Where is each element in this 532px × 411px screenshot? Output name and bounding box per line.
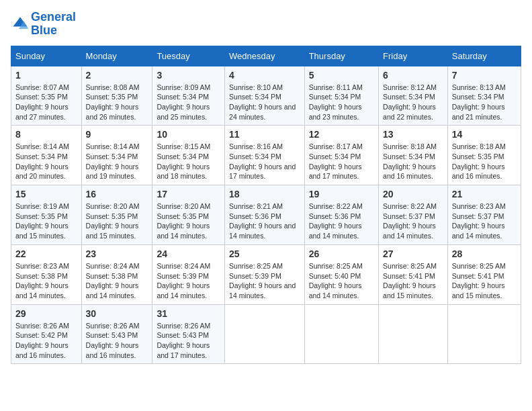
calendar-cell: 20 Sunrise: 8:22 AM Sunset: 5:37 PM Dayl…: [379, 185, 448, 245]
cell-content: Sunrise: 8:15 AM Sunset: 5:34 PM Dayligh…: [157, 142, 220, 181]
calendar-week-row: 15 Sunrise: 8:19 AM Sunset: 5:35 PM Dayl…: [11, 185, 521, 245]
day-number: 7: [452, 70, 517, 81]
cell-content: Sunrise: 8:12 AM Sunset: 5:34 PM Dayligh…: [383, 83, 443, 122]
cell-content: Sunrise: 8:07 AM Sunset: 5:35 PM Dayligh…: [15, 83, 77, 122]
cell-content: Sunrise: 8:22 AM Sunset: 5:36 PM Dayligh…: [309, 201, 374, 241]
day-number: 24: [157, 248, 220, 259]
calendar-cell: [379, 304, 448, 364]
logo-text: General Blue: [31, 11, 76, 38]
calendar-cell: [304, 304, 378, 364]
calendar-cell: 19 Sunrise: 8:22 AM Sunset: 5:36 PM Dayl…: [304, 185, 378, 245]
cell-content: Sunrise: 8:19 AM Sunset: 5:35 PM Dayligh…: [15, 201, 77, 241]
calendar-cell: 24 Sunrise: 8:24 AM Sunset: 5:39 PM Dayl…: [152, 244, 225, 304]
day-number: 28: [452, 248, 517, 259]
cell-content: Sunrise: 8:14 AM Sunset: 5:34 PM Dayligh…: [86, 142, 148, 181]
calendar-cell: 5 Sunrise: 8:11 AM Sunset: 5:34 PM Dayli…: [304, 66, 378, 126]
day-number: 6: [383, 70, 443, 81]
calendar-cell: 13 Sunrise: 8:18 AM Sunset: 5:34 PM Dayl…: [379, 126, 448, 185]
calendar-cell: 17 Sunrise: 8:20 AM Sunset: 5:35 PM Dayl…: [152, 185, 225, 245]
cell-content: Sunrise: 8:23 AM Sunset: 5:37 PM Dayligh…: [452, 201, 517, 241]
cell-content: Sunrise: 8:26 AM Sunset: 5:43 PM Dayligh…: [157, 321, 220, 361]
calendar-cell: 23 Sunrise: 8:24 AM Sunset: 5:38 PM Dayl…: [81, 244, 152, 304]
cell-content: Sunrise: 8:08 AM Sunset: 5:35 PM Dayligh…: [86, 83, 148, 122]
calendar-cell: 21 Sunrise: 8:23 AM Sunset: 5:37 PM Dayl…: [447, 185, 521, 245]
day-number: 27: [383, 248, 443, 259]
calendar-cell: [225, 304, 305, 364]
calendar-cell: 29 Sunrise: 8:26 AM Sunset: 5:42 PM Dayl…: [11, 304, 82, 364]
calendar-table: SundayMondayTuesdayWednesdayThursdayFrid…: [11, 46, 521, 365]
day-number: 4: [229, 70, 300, 81]
calendar-cell: 6 Sunrise: 8:12 AM Sunset: 5:34 PM Dayli…: [379, 66, 448, 126]
calendar-cell: 26 Sunrise: 8:25 AM Sunset: 5:40 PM Dayl…: [304, 244, 378, 304]
day-number: 31: [157, 308, 220, 319]
weekday-header: Sunday: [11, 46, 82, 66]
cell-content: Sunrise: 8:26 AM Sunset: 5:42 PM Dayligh…: [15, 321, 77, 361]
calendar-cell: 31 Sunrise: 8:26 AM Sunset: 5:43 PM Dayl…: [152, 304, 225, 364]
day-number: 16: [86, 189, 148, 199]
cell-content: Sunrise: 8:18 AM Sunset: 5:35 PM Dayligh…: [452, 142, 517, 181]
calendar-cell: 14 Sunrise: 8:18 AM Sunset: 5:35 PM Dayl…: [447, 126, 521, 185]
calendar-cell: [447, 304, 521, 364]
day-number: 2: [86, 70, 148, 81]
day-number: 11: [229, 129, 300, 140]
day-number: 18: [229, 189, 300, 199]
cell-content: Sunrise: 8:25 AM Sunset: 5:41 PM Dayligh…: [452, 261, 517, 301]
day-number: 15: [15, 189, 77, 199]
cell-content: Sunrise: 8:20 AM Sunset: 5:35 PM Dayligh…: [86, 201, 148, 241]
calendar-cell: 18 Sunrise: 8:21 AM Sunset: 5:36 PM Dayl…: [225, 185, 305, 245]
day-number: 3: [157, 70, 220, 81]
cell-content: Sunrise: 8:24 AM Sunset: 5:38 PM Dayligh…: [86, 261, 148, 301]
calendar-cell: 12 Sunrise: 8:17 AM Sunset: 5:34 PM Dayl…: [304, 126, 378, 185]
day-number: 12: [309, 129, 374, 140]
calendar-body: 1 Sunrise: 8:07 AM Sunset: 5:35 PM Dayli…: [11, 66, 521, 364]
day-number: 22: [15, 248, 77, 259]
day-number: 1: [15, 70, 77, 81]
calendar-cell: 7 Sunrise: 8:13 AM Sunset: 5:34 PM Dayli…: [447, 66, 521, 126]
cell-content: Sunrise: 8:20 AM Sunset: 5:35 PM Dayligh…: [157, 201, 220, 241]
weekday-header: Thursday: [304, 46, 378, 66]
cell-content: Sunrise: 8:11 AM Sunset: 5:34 PM Dayligh…: [309, 83, 374, 122]
cell-content: Sunrise: 8:14 AM Sunset: 5:34 PM Dayligh…: [15, 142, 77, 181]
cell-content: Sunrise: 8:26 AM Sunset: 5:43 PM Dayligh…: [86, 321, 148, 361]
logo: General Blue: [11, 11, 76, 38]
calendar-cell: 27 Sunrise: 8:25 AM Sunset: 5:41 PM Dayl…: [379, 244, 448, 304]
weekday-header: Saturday: [447, 46, 521, 66]
day-number: 29: [15, 308, 77, 319]
calendar-cell: 9 Sunrise: 8:14 AM Sunset: 5:34 PM Dayli…: [81, 126, 152, 185]
cell-content: Sunrise: 8:17 AM Sunset: 5:34 PM Dayligh…: [309, 142, 374, 181]
day-number: 23: [86, 248, 148, 259]
day-number: 9: [86, 129, 148, 140]
calendar-week-row: 8 Sunrise: 8:14 AM Sunset: 5:34 PM Dayli…: [11, 126, 521, 185]
cell-content: Sunrise: 8:24 AM Sunset: 5:39 PM Dayligh…: [157, 261, 220, 301]
cell-content: Sunrise: 8:10 AM Sunset: 5:34 PM Dayligh…: [229, 83, 300, 122]
day-number: 5: [309, 70, 374, 81]
logo-icon: [11, 15, 30, 34]
calendar-cell: 28 Sunrise: 8:25 AM Sunset: 5:41 PM Dayl…: [447, 244, 521, 304]
calendar-cell: 2 Sunrise: 8:08 AM Sunset: 5:35 PM Dayli…: [81, 66, 152, 126]
calendar-cell: 15 Sunrise: 8:19 AM Sunset: 5:35 PM Dayl…: [11, 185, 82, 245]
calendar-cell: 30 Sunrise: 8:26 AM Sunset: 5:43 PM Dayl…: [81, 304, 152, 364]
weekday-header: Wednesday: [225, 46, 305, 66]
day-number: 25: [229, 248, 300, 259]
day-number: 13: [383, 129, 443, 140]
cell-content: Sunrise: 8:23 AM Sunset: 5:38 PM Dayligh…: [15, 261, 77, 301]
day-number: 8: [15, 129, 77, 140]
calendar-cell: 3 Sunrise: 8:09 AM Sunset: 5:34 PM Dayli…: [152, 66, 225, 126]
cell-content: Sunrise: 8:18 AM Sunset: 5:34 PM Dayligh…: [383, 142, 443, 181]
calendar-cell: 8 Sunrise: 8:14 AM Sunset: 5:34 PM Dayli…: [11, 126, 82, 185]
weekday-header: Tuesday: [152, 46, 225, 66]
calendar-week-row: 29 Sunrise: 8:26 AM Sunset: 5:42 PM Dayl…: [11, 304, 521, 364]
day-number: 26: [309, 248, 374, 259]
cell-content: Sunrise: 8:09 AM Sunset: 5:34 PM Dayligh…: [157, 83, 220, 122]
calendar-header: SundayMondayTuesdayWednesdayThursdayFrid…: [11, 46, 521, 66]
calendar-week-row: 22 Sunrise: 8:23 AM Sunset: 5:38 PM Dayl…: [11, 244, 521, 304]
cell-content: Sunrise: 8:13 AM Sunset: 5:34 PM Dayligh…: [452, 83, 517, 122]
calendar-cell: 10 Sunrise: 8:15 AM Sunset: 5:34 PM Dayl…: [152, 126, 225, 185]
calendar-cell: 4 Sunrise: 8:10 AM Sunset: 5:34 PM Dayli…: [225, 66, 305, 126]
calendar-cell: 1 Sunrise: 8:07 AM Sunset: 5:35 PM Dayli…: [11, 66, 82, 126]
calendar-cell: 25 Sunrise: 8:25 AM Sunset: 5:39 PM Dayl…: [225, 244, 305, 304]
cell-content: Sunrise: 8:25 AM Sunset: 5:40 PM Dayligh…: [309, 261, 374, 301]
cell-content: Sunrise: 8:25 AM Sunset: 5:41 PM Dayligh…: [383, 261, 443, 301]
calendar-week-row: 1 Sunrise: 8:07 AM Sunset: 5:35 PM Dayli…: [11, 66, 521, 126]
weekday-header: Friday: [379, 46, 448, 66]
